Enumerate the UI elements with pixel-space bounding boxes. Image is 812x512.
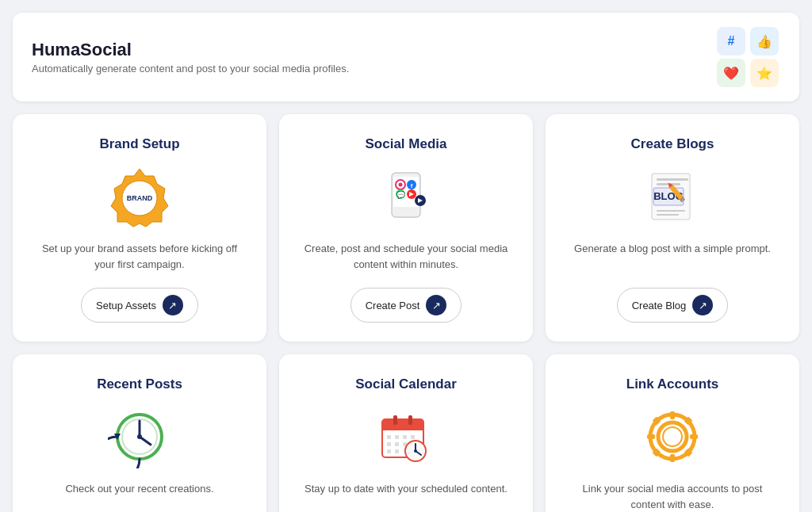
link-accounts-card: Link Accounts Link your social media acc… (546, 354, 799, 512)
svg-rect-45 (395, 449, 399, 453)
create-blogs-title: Create Blogs (631, 136, 714, 152)
header-icon-cluster: # 👍 ❤️ ⭐ (717, 27, 780, 87)
recent-posts-card: Recent Posts Check out your recent creat… (13, 354, 266, 512)
svg-rect-44 (387, 449, 391, 453)
create-blogs-desc: Generate a blog post with a simple promp… (574, 241, 771, 272)
social-calendar-card: Social Calendar (279, 354, 533, 512)
create-blogs-card: Create Blogs BLOG (546, 114, 799, 342)
svg-rect-54 (670, 454, 675, 462)
svg-rect-16 (657, 178, 688, 181)
star-icon: ⭐ (750, 59, 779, 87)
thumbsup-icon: 👍 (750, 27, 779, 55)
social-calendar-icon (374, 405, 438, 468)
svg-rect-34 (393, 415, 397, 425)
svg-rect-35 (408, 415, 412, 425)
svg-rect-53 (670, 411, 675, 419)
create-post-label: Create Post (366, 300, 420, 311)
recent-posts-desc: Check out your recent creations. (65, 481, 213, 512)
social-media-card: Social Media f 💬 Create, post and sche (279, 114, 533, 342)
social-media-desc: Create, post and schedule your social me… (298, 241, 514, 272)
svg-rect-55 (647, 434, 655, 439)
svg-rect-20 (657, 210, 685, 212)
header-left: HumaSocial Automatically generate conten… (32, 40, 349, 75)
header-card: HumaSocial Automatically generate conten… (13, 13, 799, 101)
app-tagline: Automatically generate content and post … (32, 63, 349, 75)
setup-assets-label: Setup Assets (96, 300, 156, 311)
svg-rect-37 (395, 435, 399, 439)
setup-assets-arrow-icon: ↗ (163, 295, 183, 315)
svg-text:f: f (411, 182, 413, 189)
setup-assets-button[interactable]: Setup Assets ↗ (81, 288, 198, 323)
brand-setup-title: Brand Setup (99, 136, 179, 152)
svg-point-61 (663, 427, 682, 446)
svg-rect-39 (411, 435, 415, 439)
svg-rect-21 (657, 214, 679, 216)
svg-rect-38 (403, 435, 407, 439)
create-blog-arrow-icon: ↗ (692, 295, 713, 315)
social-calendar-desc: Stay up to date with your scheduled cont… (304, 481, 508, 512)
social-media-icon: f 💬 (374, 165, 438, 228)
brand-setup-card: Brand Setup BRAND Set up your brand asse… (13, 114, 266, 342)
recent-posts-title: Recent Posts (97, 376, 182, 392)
create-post-arrow-icon: ↗ (426, 295, 446, 315)
svg-rect-40 (387, 442, 391, 446)
svg-rect-33 (382, 425, 423, 430)
svg-point-50 (414, 449, 417, 453)
app-title: HumaSocial (32, 40, 349, 60)
link-accounts-title: Link Accounts (626, 376, 719, 392)
heart-icon: ❤️ (717, 59, 745, 87)
svg-point-6 (399, 183, 403, 187)
brand-setup-icon: BRAND (108, 165, 171, 228)
social-media-title: Social Media (366, 136, 447, 152)
social-calendar-title: Social Calendar (355, 376, 457, 392)
svg-rect-56 (690, 434, 698, 439)
create-blog-button[interactable]: Create Blog ↗ (617, 288, 729, 323)
svg-rect-41 (395, 442, 399, 446)
link-accounts-desc: Link your social media accounts to post … (565, 481, 780, 512)
card-grid: Brand Setup BRAND Set up your brand asse… (13, 114, 799, 512)
brand-setup-desc: Set up your brand assets before kicking … (32, 241, 247, 272)
svg-rect-36 (387, 435, 391, 439)
svg-text:💬: 💬 (396, 190, 406, 200)
link-accounts-icon (641, 405, 704, 468)
hashtag-icon: # (717, 27, 745, 55)
svg-text:BRAND: BRAND (127, 194, 153, 202)
svg-point-29 (137, 434, 142, 439)
create-blogs-icon: BLOG (641, 165, 704, 228)
create-post-button[interactable]: Create Post ↗ (350, 288, 462, 323)
create-blog-label: Create Blog (632, 300, 687, 311)
recent-posts-icon (108, 405, 171, 468)
